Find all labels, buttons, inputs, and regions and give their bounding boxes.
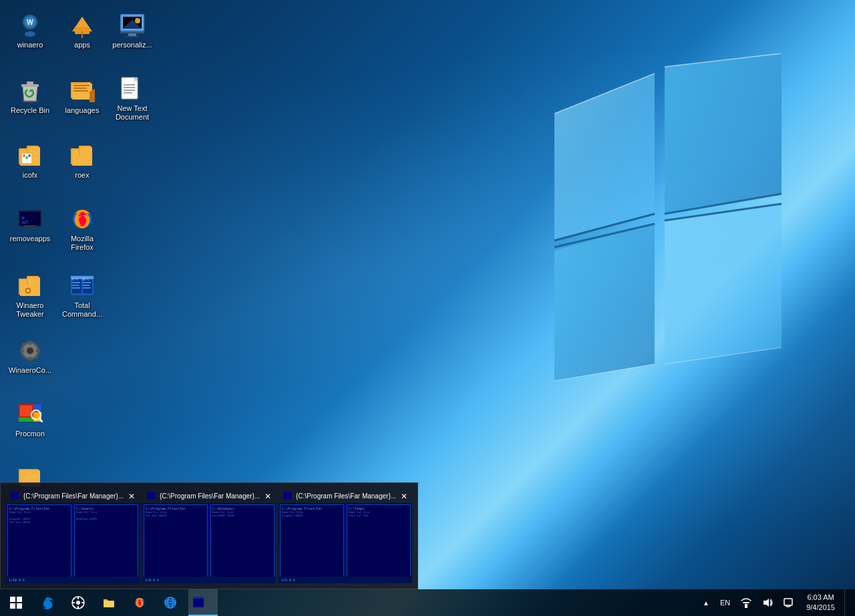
svg-rect-129 bbox=[194, 597, 198, 607]
thumbnail-item-1[interactable]: {C:\Program Files\Far Manager}... ✕ C:\P… bbox=[6, 488, 140, 583]
svg-rect-116 bbox=[72, 602, 75, 603]
icon-roex[interactable]: roex bbox=[57, 138, 108, 184]
icon-winaero[interactable]: W winaero bbox=[5, 8, 55, 53]
icon-personalize[interactable]: personaliz... bbox=[107, 8, 158, 53]
svg-rect-117 bbox=[81, 602, 84, 603]
svg-rect-91 bbox=[20, 406, 32, 416]
icon-procmon[interactable]: Procmon bbox=[5, 397, 55, 442]
svg-rect-78 bbox=[83, 285, 90, 286]
thumb-preview-2[interactable]: C:\Program Files\Far Name Ext Size Far.e… bbox=[142, 503, 276, 583]
tray-language[interactable]: EN bbox=[716, 589, 734, 616]
start-button[interactable] bbox=[0, 589, 32, 616]
svg-point-50 bbox=[25, 156, 28, 159]
svg-rect-106 bbox=[284, 492, 287, 499]
show-desktop-button[interactable] bbox=[844, 589, 850, 616]
svg-rect-76 bbox=[72, 287, 80, 289]
icon-apps[interactable]: apps bbox=[57, 8, 108, 53]
svg-rect-33 bbox=[73, 85, 90, 86]
taskbar-edge[interactable] bbox=[32, 589, 63, 616]
thumb-close-1[interactable]: ✕ bbox=[126, 491, 137, 502]
apps-icon bbox=[69, 12, 96, 39]
svg-rect-114 bbox=[77, 597, 79, 599]
svg-marker-2 bbox=[665, 53, 782, 214]
svg-rect-130 bbox=[198, 597, 204, 607]
svg-rect-35 bbox=[73, 90, 88, 92]
svg-text:D:\: D:\ bbox=[83, 277, 89, 281]
svg-rect-84 bbox=[29, 341, 31, 345]
roex-label: roex bbox=[75, 171, 89, 180]
taskbar: ▲ EN bbox=[0, 589, 855, 616]
taskbar-far-manager[interactable] bbox=[188, 589, 218, 616]
icon-winaero-tweaker[interactable]: Winaero Tweaker bbox=[5, 269, 55, 323]
taskbar-settings[interactable] bbox=[63, 589, 94, 616]
thumb-preview-3[interactable]: C:\Program Files\Far Name Ext Size plugi… bbox=[279, 503, 412, 583]
icon-removeapps[interactable]: >_ del removeapps bbox=[5, 202, 55, 247]
tray-time: 6:03 AM bbox=[807, 593, 834, 603]
winaero-companion-label: WinaeroCo... bbox=[9, 366, 51, 375]
taskbar-explorer[interactable] bbox=[94, 589, 124, 616]
tray-date: 9/4/2015 bbox=[806, 603, 835, 613]
svg-rect-101 bbox=[15, 492, 19, 499]
mozilla-firefox-icon bbox=[69, 206, 96, 233]
svg-rect-111 bbox=[17, 603, 22, 609]
svg-marker-1 bbox=[554, 73, 655, 241]
removeapps-icon: >_ del bbox=[17, 206, 43, 233]
thumb-close-2[interactable]: ✕ bbox=[263, 491, 273, 502]
tray-clock[interactable]: 6:03 AM 9/4/2015 bbox=[800, 589, 842, 616]
icon-new-text-doc[interactable]: New Text Document bbox=[107, 71, 158, 126]
new-text-doc-icon bbox=[119, 75, 146, 102]
svg-marker-134 bbox=[763, 599, 769, 607]
windows-logo bbox=[521, 53, 802, 441]
taskbar-firefox-pin[interactable] bbox=[124, 589, 155, 616]
tray-chevron[interactable]: ▲ bbox=[699, 589, 713, 616]
svg-point-67 bbox=[27, 289, 29, 292]
tray-network[interactable] bbox=[737, 589, 755, 616]
svg-point-113 bbox=[76, 601, 80, 605]
tray-volume[interactable] bbox=[758, 589, 777, 616]
svg-rect-23 bbox=[128, 33, 136, 36]
svg-rect-79 bbox=[83, 287, 91, 289]
svg-rect-75 bbox=[72, 285, 79, 286]
removeapps-label: removeapps bbox=[10, 235, 51, 243]
svg-rect-87 bbox=[36, 349, 40, 352]
recycle-bin-icon bbox=[17, 78, 43, 104]
tray-lang-label: EN bbox=[720, 599, 730, 607]
thumb-title-2: {C:\Program Files\Far Manager}... bbox=[160, 492, 260, 500]
roex-icon bbox=[69, 142, 96, 169]
svg-rect-115 bbox=[77, 606, 79, 609]
taskbar-tray: ▲ EN bbox=[693, 589, 855, 616]
svg-rect-109 bbox=[17, 597, 22, 602]
winaero-tweaker-label: Winaero Tweaker bbox=[7, 301, 53, 319]
svg-rect-132 bbox=[745, 604, 747, 608]
thumb-header-1: {C:\Program Files\Far Manager}... ✕ bbox=[6, 488, 140, 503]
icofx-icon bbox=[17, 142, 43, 169]
thumbnail-item-3[interactable]: {C:\Program Files\Far Manager}... ✕ C:\P… bbox=[279, 488, 412, 583]
svg-rect-103 bbox=[148, 492, 151, 499]
thumbnail-popup: {C:\Program Files\Far Manager}... ✕ C:\P… bbox=[0, 482, 418, 589]
icon-total-commander[interactable]: C:\ D:\ Total Command... bbox=[57, 269, 108, 323]
thumb-preview-1[interactable]: C:\Program Files\Far Name Ext Size .. pl… bbox=[6, 503, 140, 583]
tray-action-center[interactable] bbox=[780, 589, 797, 616]
svg-rect-29 bbox=[21, 84, 39, 87]
taskbar-ie[interactable] bbox=[155, 589, 186, 616]
svg-rect-133 bbox=[743, 602, 749, 603]
icon-winaero-companion[interactable]: WinaeroCo... bbox=[5, 333, 55, 379]
apps-label: apps bbox=[74, 41, 90, 49]
thumb-title-1: {C:\Program Files\Far Manager}... bbox=[23, 492, 124, 500]
icon-languages[interactable]: languages bbox=[57, 73, 108, 119]
thumbnail-item-2[interactable]: {C:\Program Files\Far Manager}... ✕ C:\P… bbox=[142, 488, 276, 583]
svg-rect-22 bbox=[120, 31, 144, 33]
svg-point-83 bbox=[27, 347, 33, 354]
svg-rect-77 bbox=[83, 282, 91, 283]
svg-rect-135 bbox=[784, 599, 792, 605]
winaero-label: winaero bbox=[17, 41, 43, 49]
svg-rect-24 bbox=[126, 36, 139, 37]
icon-mozilla-firefox[interactable]: Mozilla Firefox bbox=[57, 202, 108, 256]
icon-recycle-bin[interactable]: Recycle Bin bbox=[5, 73, 55, 119]
recycle-bin-label: Recycle Bin bbox=[11, 106, 49, 115]
svg-point-49 bbox=[23, 154, 25, 157]
thumb-close-3[interactable]: ✕ bbox=[399, 491, 409, 502]
svg-rect-92 bbox=[19, 418, 33, 422]
icon-icofx[interactable]: icofx bbox=[5, 138, 55, 184]
svg-text:W: W bbox=[27, 19, 33, 26]
